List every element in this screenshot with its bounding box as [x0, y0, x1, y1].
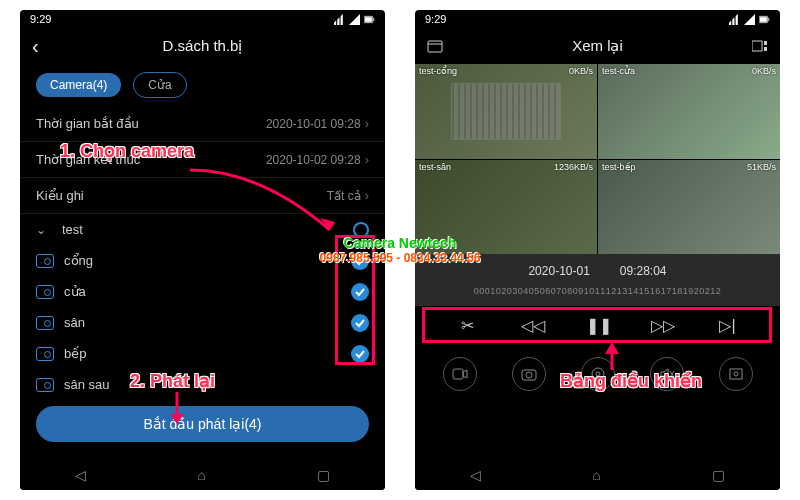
group-radio[interactable]: [353, 222, 369, 238]
svg-rect-4: [760, 17, 767, 22]
camera-label: sân: [64, 315, 85, 330]
camera-item[interactable]: cửa: [20, 276, 385, 307]
playback-time: 09:28:04: [620, 264, 667, 278]
forward-icon[interactable]: ▷▷: [651, 316, 675, 335]
row-start-time[interactable]: Thời gian bắt đầu 2020-10-01 09:28›: [20, 106, 385, 142]
camera-icon: [36, 347, 54, 361]
mute-button[interactable]: [650, 357, 684, 391]
svg-rect-1: [365, 17, 372, 22]
svg-point-13: [526, 372, 532, 378]
nav-home-icon[interactable]: ⌂: [197, 467, 205, 483]
fisheye-button[interactable]: [581, 357, 615, 391]
status-bar: 9:29: [20, 10, 385, 28]
pause-icon[interactable]: ❚❚: [586, 316, 610, 335]
header: Xem lại: [415, 28, 780, 64]
nav-recent-icon[interactable]: ▢: [712, 467, 725, 483]
camera-icon: [36, 378, 54, 392]
camera-item[interactable]: sân: [20, 307, 385, 338]
camera-item[interactable]: bếp: [20, 338, 385, 369]
tab-door[interactable]: Cửa: [133, 72, 186, 98]
page-title: Xem lại: [415, 37, 780, 55]
status-time: 9:29: [425, 13, 446, 25]
svg-point-17: [734, 372, 738, 376]
group-label: test: [62, 222, 83, 237]
next-icon[interactable]: ▷|: [716, 316, 740, 335]
layout-icon[interactable]: [752, 39, 768, 53]
camera-item[interactable]: sân sau: [20, 369, 385, 400]
start-time-value: 2020-10-01 09:28: [266, 117, 361, 131]
android-navbar: ◁ ⌂ ▢: [415, 460, 780, 490]
row-record-type[interactable]: Kiểu ghi Tất cả›: [20, 178, 385, 214]
feed-label: test-bếp: [602, 162, 636, 172]
feed-bitrate: 0KB/s: [569, 66, 593, 76]
camera-label: cổng: [64, 253, 93, 268]
svg-rect-5: [768, 17, 769, 20]
rewind-icon[interactable]: ◁◁: [521, 316, 545, 335]
fullscreen-button[interactable]: [719, 357, 753, 391]
status-bar: 9:29: [415, 10, 780, 28]
record-button[interactable]: [443, 357, 477, 391]
snapshot-button[interactable]: [512, 357, 546, 391]
feed-label: test-cổng: [419, 66, 457, 76]
cut-icon[interactable]: ✂: [456, 316, 480, 335]
svg-rect-9: [764, 41, 767, 45]
playback-controls: ✂ ◁◁ ❚❚ ▷▷ ▷|: [415, 306, 780, 345]
nav-back-icon[interactable]: ◁: [75, 467, 86, 483]
camera-grid: test-cổng 0KB/s test-cửa 0KB/s test-sân …: [415, 64, 780, 254]
camera-icon: [36, 254, 54, 268]
timeline-ruler[interactable]: 0001020304050607080910111213141516171819…: [415, 282, 780, 300]
camera-item[interactable]: cổng: [20, 245, 385, 276]
svg-rect-6: [428, 41, 442, 52]
svg-rect-11: [453, 369, 463, 379]
end-time-value: 2020-10-02 09:28: [266, 153, 361, 167]
status-icons: [334, 14, 375, 25]
nav-back-icon[interactable]: ◁: [470, 467, 481, 483]
tool-bar: [415, 345, 780, 403]
tabs: Camera(4) Cửa: [20, 64, 385, 106]
status-icons: [729, 14, 770, 25]
checkbox-checked[interactable]: [351, 314, 369, 332]
feed-bitrate: 51KB/s: [747, 162, 776, 172]
camera-icon: [36, 316, 54, 330]
camera-feed[interactable]: test-cổng 0KB/s: [415, 64, 597, 159]
feed-label: test-sân: [419, 162, 451, 172]
feed-label: test-cửa: [602, 66, 635, 76]
row-end-time[interactable]: Thời gian kết thúc 2020-10-02 09:28›: [20, 142, 385, 178]
chevron-right-icon: ›: [365, 152, 369, 167]
phone-device-list: 9:29 ‹ D.sách th.bị Camera(4) Cửa Thời g…: [20, 10, 385, 490]
camera-label: cửa: [64, 284, 86, 299]
svg-rect-10: [764, 47, 767, 51]
svg-point-14: [592, 368, 604, 380]
feed-bitrate: 1236KB/s: [554, 162, 593, 172]
svg-rect-2: [373, 17, 374, 20]
camera-feed[interactable]: test-cửa 0KB/s: [598, 64, 780, 159]
phone-playback: 9:29 Xem lại test-cổng 0KB/s test-cửa 0K…: [415, 10, 780, 490]
camera-label: bếp: [64, 346, 86, 361]
checkbox-checked[interactable]: [351, 252, 369, 270]
chevron-right-icon: ›: [365, 116, 369, 131]
end-time-label: Thời gian kết thúc: [36, 152, 140, 167]
tab-camera[interactable]: Camera(4): [36, 73, 121, 97]
page-title: D.sách th.bị: [20, 37, 385, 55]
chevron-down-icon: ⌄: [36, 223, 46, 237]
status-time: 9:29: [30, 13, 51, 25]
checkbox-checked[interactable]: [351, 283, 369, 301]
calendar-icon[interactable]: [427, 39, 443, 53]
checkbox-checked[interactable]: [351, 345, 369, 363]
android-navbar: ◁ ⌂ ▢: [20, 460, 385, 490]
record-type-value: Tất cả: [327, 189, 361, 203]
camera-feed[interactable]: test-sân 1236KB/s: [415, 160, 597, 255]
feed-bitrate: 0KB/s: [752, 66, 776, 76]
start-time-label: Thời gian bắt đầu: [36, 116, 139, 131]
nav-home-icon[interactable]: ⌂: [592, 467, 600, 483]
group-header[interactable]: ⌄ test: [20, 214, 385, 245]
camera-icon: [36, 285, 54, 299]
camera-feed[interactable]: test-bếp 51KB/s: [598, 160, 780, 255]
nav-recent-icon[interactable]: ▢: [317, 467, 330, 483]
svg-rect-8: [752, 41, 762, 51]
back-icon[interactable]: ‹: [32, 35, 39, 58]
start-playback-button[interactable]: Bắt đầu phát lại(4): [36, 406, 369, 442]
timeline[interactable]: 2020-10-01 09:28:04 00010203040506070809…: [415, 254, 780, 306]
playback-date: 2020-10-01: [528, 264, 589, 278]
chevron-right-icon: ›: [365, 188, 369, 203]
